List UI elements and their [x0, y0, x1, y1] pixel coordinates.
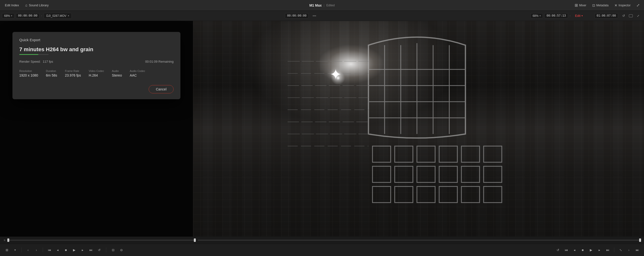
- far-right-timecode-display[interactable]: 01:06:07:00: [594, 13, 618, 18]
- divider-right-1: [614, 248, 614, 252]
- loop-left-icon: ↺: [98, 248, 100, 252]
- loop-button[interactable]: ↺: [620, 12, 628, 19]
- go-to-end-button[interactable]: ⏭: [87, 246, 95, 254]
- left-video-panel: Quick Export 7 minutes H264 bw and grain…: [0, 21, 193, 237]
- divider-2: [43, 248, 43, 252]
- left-timecode-display[interactable]: 00:00:00:00: [16, 13, 40, 18]
- app-subtitle: Edited: [326, 4, 335, 7]
- right-prev-frame-button[interactable]: ◂: [570, 246, 578, 254]
- toolbar-right: ⊞ Mixer ⊡ Metadata ✕ Inspector ⤢: [572, 2, 642, 8]
- controls-row: ⊞ ▾ ‹ › ⏮ ◂ ■ ▶: [0, 244, 644, 256]
- left-grid-button[interactable]: ⊞: [3, 246, 11, 254]
- zoom-out-button[interactable]: ⊖: [118, 246, 125, 254]
- right-video-panel: [193, 21, 644, 237]
- edit-mode-button[interactable]: Edit ▾: [572, 13, 586, 18]
- play-button[interactable]: ▶: [70, 246, 78, 254]
- go-to-start-button[interactable]: ⏮: [46, 246, 53, 254]
- audio-codec-value: AAC: [130, 73, 145, 77]
- next-frame-button[interactable]: ▸: [78, 246, 86, 254]
- duration-value: 6m 58s: [46, 73, 57, 77]
- svg-rect-11: [417, 146, 435, 162]
- scrubber-row: ◾: [0, 237, 644, 244]
- filename-button[interactable]: DJI_0287.MOV ▾: [44, 13, 72, 19]
- sound-library-label: Sound Library: [29, 3, 48, 7]
- prev-step-button[interactable]: ‹: [24, 246, 32, 254]
- right-next-button[interactable]: ›: [625, 246, 633, 254]
- right-go-start-button[interactable]: ⏮: [562, 246, 570, 254]
- left-chevron-down-button[interactable]: ▾: [11, 246, 19, 254]
- dialog-title: Quick Export: [19, 38, 174, 42]
- right-scrubber-track[interactable]: [198, 240, 641, 241]
- svg-rect-13: [462, 146, 480, 162]
- stop-button[interactable]: ■: [62, 246, 70, 254]
- dialog-actions: Cancel: [19, 85, 174, 93]
- next-step-button[interactable]: ›: [32, 246, 40, 254]
- right-go-end-button[interactable]: ⏭: [604, 246, 612, 254]
- svg-rect-19: [462, 166, 480, 182]
- right-scrubber-thumb[interactable]: [639, 239, 641, 242]
- right-next-frame-button[interactable]: ▸: [596, 246, 603, 254]
- sound-library-button[interactable]: ♫ Sound Library: [22, 2, 52, 8]
- svg-rect-17: [417, 166, 435, 182]
- metadata-button[interactable]: ⊡ Metadata: [590, 2, 611, 8]
- divider-main: [106, 248, 106, 252]
- left-scrubber-track[interactable]: [7, 240, 196, 241]
- right-zoom-select[interactable]: 68% ▾: [530, 13, 543, 18]
- left-scrubber-group: ◾: [3, 239, 196, 242]
- right-go-start-icon: ⏮: [565, 248, 568, 252]
- app-title: M1 Max: [309, 3, 322, 7]
- export-name: 7 minutes H264 bw and grain: [19, 46, 174, 53]
- right-timecode-value: 00:06:57:13: [546, 14, 566, 17]
- mixer-label: Mixer: [579, 4, 586, 7]
- metadata-icon: ⊡: [592, 3, 595, 7]
- resolution-label: Resolution: [19, 69, 38, 72]
- right-play-icon: ▶: [590, 248, 592, 252]
- right-play-button[interactable]: ▶: [587, 246, 595, 254]
- prev-step-icon: ‹: [28, 248, 28, 252]
- spec-audio: Audio Stereo: [112, 69, 122, 77]
- music-icon: ♫: [25, 3, 28, 7]
- top-toolbar: Edit Index ♫ Sound Library M1 Max | Edit…: [0, 0, 644, 11]
- svg-rect-22: [395, 187, 413, 203]
- inspector-button[interactable]: ✕ Inspector: [612, 2, 633, 8]
- left-zoom-select[interactable]: 68% ▾: [2, 13, 14, 18]
- center-controls: ⊟ ⊖: [109, 246, 125, 254]
- filename-chevron-icon: ▾: [68, 14, 69, 17]
- right-end-icon: ⏭: [636, 248, 639, 252]
- right-prev-frame-icon: ◂: [574, 248, 576, 252]
- mixer-button[interactable]: ⊞ Mixer: [572, 2, 588, 8]
- fullscreen-icon: ⤢: [637, 14, 639, 17]
- loop-left-button[interactable]: ↺: [95, 246, 103, 254]
- right-end-button[interactable]: ⏭: [633, 246, 641, 254]
- prev-frame-button[interactable]: ◂: [54, 246, 62, 254]
- render-speed-group: Render Speed: 117 fps: [19, 59, 53, 64]
- right-timecode-display[interactable]: 00:06:57:13: [544, 13, 568, 18]
- center-timecode-display[interactable]: 00:00:00:00: [285, 13, 308, 18]
- clip-button[interactable]: ⊟: [109, 246, 117, 254]
- svg-rect-26: [484, 187, 502, 203]
- app-title-group: M1 Max | Edited: [309, 3, 335, 7]
- expand-icon: ⤢: [636, 3, 640, 7]
- svg-rect-21: [372, 187, 390, 203]
- fullscreen-button[interactable]: ⤢: [634, 12, 642, 19]
- svg-rect-25: [462, 187, 480, 203]
- cancel-button[interactable]: Cancel: [149, 85, 174, 93]
- right-expand-button[interactable]: ⤡: [617, 246, 624, 254]
- left-scrubber-thumb-right[interactable]: [194, 239, 196, 242]
- right-controls: ↺ ⏮ ◂ ■ ▶ ▸ ⏭ ⤡ ›: [554, 246, 641, 254]
- right-stop-button[interactable]: ■: [579, 246, 587, 254]
- next-frame-icon: ▸: [82, 248, 84, 252]
- svg-rect-18: [439, 166, 457, 182]
- right-next-frame-icon: ▸: [598, 248, 600, 252]
- expand-button[interactable]: ⤢: [634, 2, 642, 8]
- left-timecode-value: 00:00:00:00: [18, 14, 37, 17]
- edit-index-button[interactable]: Edit Index: [2, 2, 22, 8]
- left-scrubber-thumb[interactable]: [7, 239, 9, 242]
- resolution-value: 1920 x 1080: [19, 73, 38, 77]
- right-loop-icon: ↺: [556, 248, 559, 252]
- video-frame: [193, 21, 644, 237]
- right-scrubber-group: [198, 240, 641, 241]
- three-dots-menu[interactable]: •••: [312, 14, 317, 18]
- right-loop-button[interactable]: ↺: [554, 246, 562, 254]
- quick-export-dialog: Quick Export 7 minutes H264 bw and grain…: [12, 32, 180, 99]
